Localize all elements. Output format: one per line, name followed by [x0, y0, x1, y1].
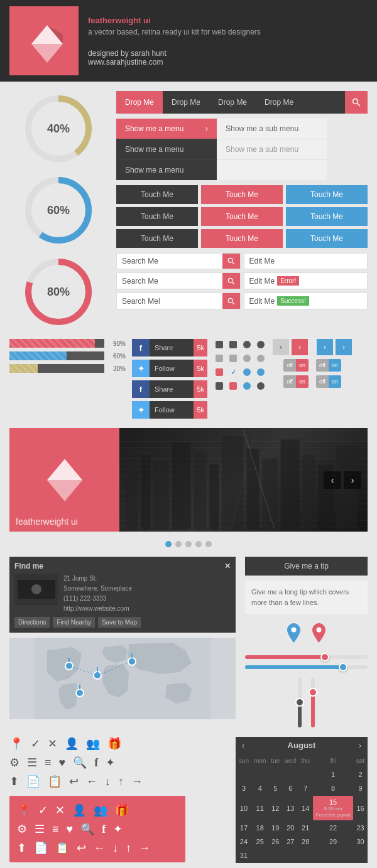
map-info-text: 21 Jump St. Somewhere, Someplace (111) 2…	[63, 574, 132, 614]
toggle-on-2[interactable]: on	[329, 359, 341, 372]
dropdown-item-1[interactable]: Show me a menu ›	[116, 119, 217, 139]
cal-day-2[interactable]: 2	[354, 768, 366, 781]
search-input-2[interactable]	[117, 274, 222, 289]
v-handle-dark[interactable]	[295, 698, 304, 707]
touch-btn-dark-1[interactable]: Touch Me	[116, 185, 198, 204]
cal-day-13[interactable]: 13	[283, 796, 298, 820]
touch-btn-red-2[interactable]: Touch Me	[201, 207, 283, 226]
touch-btn-red-1[interactable]: Touch Me	[201, 185, 283, 204]
cal-day-1[interactable]: 1	[313, 768, 353, 781]
arrow-right-1[interactable]: ›	[292, 339, 308, 355]
toggle-3[interactable]: off on	[283, 375, 309, 388]
touch-btn-red-3[interactable]: Touch Me	[201, 229, 283, 248]
cal-day-5[interactable]: 5	[270, 782, 282, 795]
dropdown-item-2[interactable]: Show me a menu	[116, 139, 217, 160]
arrow-left-1[interactable]: ‹	[273, 339, 289, 355]
carousel-next-btn[interactable]: ›	[344, 471, 361, 489]
cal-day-6[interactable]: 6	[283, 782, 298, 795]
save-to-map-btn[interactable]: Save to Map	[98, 617, 141, 628]
v-handle-red[interactable]	[309, 688, 317, 697]
search-btn-3[interactable]	[222, 293, 240, 309]
nav-item-2[interactable]: Drop Me	[163, 91, 209, 114]
cal-day-15-today[interactable]: 159:00 am Feed the parrot	[313, 796, 353, 820]
carousel-prev-btn[interactable]: ‹	[324, 471, 341, 489]
toggle-1[interactable]: off on	[283, 359, 309, 372]
cal-next-btn[interactable]: ›	[359, 741, 361, 750]
touch-btn-dark-2[interactable]: Touch Me	[116, 207, 198, 226]
cal-day-7[interactable]: 7	[299, 782, 312, 795]
cal-day-16[interactable]: 16	[354, 796, 366, 820]
cal-day-10[interactable]: 10	[237, 796, 251, 820]
cal-day-17[interactable]: 17	[237, 822, 251, 834]
edit-field-3[interactable]: Edit Me Success!	[244, 292, 368, 309]
search-input-3[interactable]	[117, 294, 222, 309]
carousel-dot-1[interactable]	[165, 541, 172, 547]
cal-day-21[interactable]: 21	[299, 822, 312, 834]
toggle-off-4[interactable]: off	[316, 375, 329, 388]
search-btn-2[interactable]	[222, 273, 240, 289]
cal-day-23[interactable]: 23	[354, 822, 366, 834]
toggle-off-2[interactable]: off	[316, 359, 329, 372]
cal-day-24[interactable]: 24	[237, 835, 251, 848]
toggle-off-3[interactable]: off	[283, 375, 296, 388]
cal-day-20[interactable]: 20	[283, 822, 298, 834]
arrow-right-2[interactable]: ›	[336, 339, 352, 355]
cal-day-3[interactable]: 3	[237, 782, 251, 795]
cal-day-8[interactable]: 8	[313, 782, 353, 795]
social-share-fb-1[interactable]: f Share 5k	[132, 339, 207, 356]
nav-search-button[interactable]	[345, 91, 368, 114]
cal-day-22[interactable]: 22	[313, 822, 353, 834]
touch-btn-blue-2[interactable]: Touch Me	[286, 207, 368, 226]
cal-day-14[interactable]: 14	[299, 796, 312, 820]
social-follow-tw-1[interactable]: ✦ Follow 5k	[132, 360, 207, 377]
edit-text-2: Edit Me	[249, 277, 275, 286]
toggle-4[interactable]: off on	[316, 375, 341, 388]
submenu-item-2[interactable]: Show me a sub menu	[217, 139, 327, 160]
dropdown-item-3[interactable]: Show me a menu	[116, 160, 217, 180]
social-follow-tw-2[interactable]: ✦ Follow 5k	[132, 401, 207, 419]
find-nearby-btn[interactable]: Find Nearby	[53, 617, 94, 628]
arrow-left-2[interactable]: ‹	[317, 339, 333, 355]
cal-week-2: 3 4 5 6 7 8 9	[237, 782, 366, 795]
touch-btn-blue-3[interactable]: Touch Me	[286, 229, 368, 248]
cal-day-9[interactable]: 9	[354, 782, 366, 795]
cal-day-18[interactable]: 18	[252, 822, 268, 834]
cal-day-11[interactable]: 11	[252, 796, 268, 820]
map-close-icon[interactable]: ✕	[224, 562, 231, 571]
edit-field-2[interactable]: Edit Me Error!	[244, 272, 368, 289]
toggle-on-4[interactable]: on	[329, 375, 341, 388]
touch-btn-dark-3[interactable]: Touch Me	[116, 229, 198, 248]
cal-day-25[interactable]: 25	[252, 835, 268, 848]
cal-day-30[interactable]: 30	[354, 835, 366, 848]
touch-btn-blue-1[interactable]: Touch Me	[286, 185, 368, 204]
cal-day-28[interactable]: 28	[299, 835, 312, 848]
slider-handle-red[interactable]	[320, 653, 329, 662]
toggle-2[interactable]: off on	[316, 359, 341, 372]
submenu-item-1[interactable]: Show me a sub menu	[217, 119, 327, 139]
cal-prev-btn[interactable]: ‹	[242, 741, 244, 750]
cal-day-29[interactable]: 29	[313, 835, 353, 848]
edit-field-1[interactable]: Edit Me	[244, 253, 368, 269]
nav-item-3[interactable]: Drop Me	[209, 91, 256, 114]
directions-btn[interactable]: Directions	[14, 617, 50, 628]
icon-dot-grid: ✓	[214, 339, 266, 392]
toggle-on-1[interactable]: on	[296, 359, 309, 372]
carousel-dot-4[interactable]	[195, 541, 202, 547]
toggle-off-1[interactable]: off	[283, 359, 296, 372]
cal-day-12[interactable]: 12	[270, 796, 282, 820]
carousel-dot-3[interactable]	[185, 541, 192, 547]
carousel-dot-5[interactable]	[205, 541, 212, 547]
search-input-1[interactable]	[117, 254, 222, 269]
cal-day-26[interactable]: 26	[270, 835, 282, 848]
search-btn-1[interactable]	[222, 254, 240, 269]
nav-item-4[interactable]: Drop Me	[256, 91, 302, 114]
toggle-on-3[interactable]: on	[296, 375, 309, 388]
cal-day-4[interactable]: 4	[252, 782, 268, 795]
cal-day-19[interactable]: 19	[270, 822, 282, 834]
slider-handle-blue[interactable]	[339, 663, 347, 672]
carousel-dot-2[interactable]	[175, 541, 182, 547]
social-share-fb-2[interactable]: f Share 5k	[132, 380, 207, 398]
cal-day-31[interactable]: 31	[237, 849, 251, 862]
cal-day-27[interactable]: 27	[283, 835, 298, 848]
nav-item-1[interactable]: Drop Me	[116, 91, 163, 114]
